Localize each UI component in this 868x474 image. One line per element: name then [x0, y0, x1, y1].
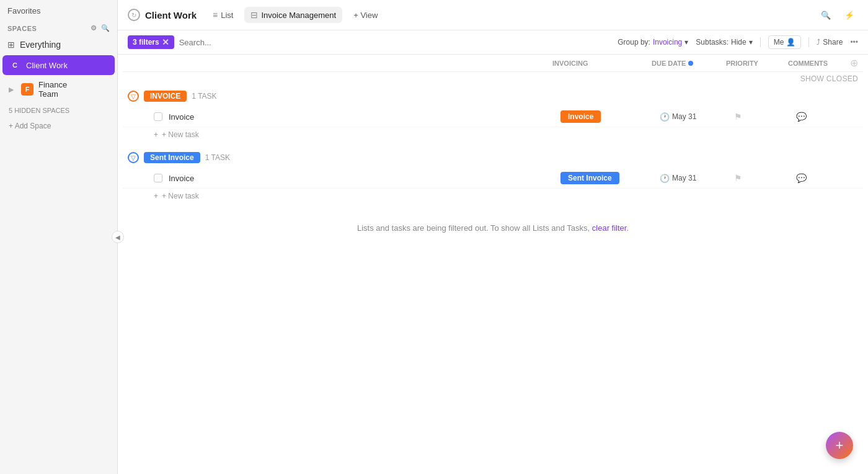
fab-button[interactable]: +: [826, 432, 853, 459]
more-icon[interactable]: •••: [88, 85, 96, 94]
comments-column-header: COMMENTS: [788, 60, 850, 67]
group-sent-invoice: ▽ Sent Invoice 1 TASK Invoice Sent Invoi…: [123, 147, 863, 203]
task-comments: 💬: [796, 112, 858, 122]
share-button[interactable]: ⤴ Share: [817, 38, 843, 47]
new-task-plus-icon: +: [154, 130, 158, 139]
group-by-control[interactable]: Group by: Invoicing ▾: [618, 38, 688, 47]
new-task-row-invoice[interactable]: + + New task: [123, 127, 863, 142]
content-area: ▽ INVOICE 1 TASK Invoice Invoice 🕐 May 3…: [118, 86, 868, 474]
task-invoicing-status: Invoice: [560, 110, 660, 123]
subtasks-control[interactable]: Subtasks: Hide ▾: [696, 38, 752, 47]
comment-icon: 💬: [796, 112, 807, 122]
comment-icon: 💬: [796, 173, 807, 183]
task-checkbox[interactable]: [154, 174, 162, 182]
status-badge[interactable]: Sent Invoice: [560, 172, 619, 184]
client-work-label: Client Work: [26, 61, 108, 70]
group-invoice-collapse[interactable]: ▽: [128, 91, 139, 102]
new-task-row-sent-invoice[interactable]: + + New task: [123, 189, 863, 203]
toolbar-divider: [760, 37, 761, 47]
task-checkbox[interactable]: [154, 112, 162, 121]
due-date-dot: [688, 61, 693, 66]
filter-notice-text: Lists and tasks are being filtered out. …: [357, 223, 590, 233]
task-comments: 💬: [796, 173, 858, 183]
flag-icon: ⚑: [734, 112, 742, 122]
group-invoice-count: 1 TASK: [192, 92, 216, 101]
task-priority: ⚑: [734, 173, 796, 183]
sidebar: Favorites Spaces ⚙ 🔍 ⊞ Everything C Clie…: [0, 0, 118, 474]
more-options-button[interactable]: •••: [850, 38, 858, 47]
spaces-label: Spaces: [7, 25, 37, 32]
favorites-label: Favorites: [7, 6, 40, 16]
list-tab-label: List: [221, 11, 233, 20]
invoice-management-tab-label: Invoice Management: [261, 11, 336, 20]
fab-plus-icon: +: [836, 437, 844, 454]
column-headers: INVOICING DUE DATE PRIORITY COMMENTS ⊕: [123, 55, 863, 72]
filter-notice-period: .: [626, 223, 629, 233]
add-view-label: + View: [353, 11, 378, 20]
group-invoice-badge[interactable]: INVOICE: [144, 91, 187, 102]
tab-list[interactable]: ≡ List: [206, 7, 239, 23]
filter-badge[interactable]: 3 filters ✕: [128, 35, 174, 49]
clock-icon: 🕐: [660, 112, 670, 122]
toolbar: 3 filters ✕ Group by: Invoicing ▾ Subtas…: [118, 30, 868, 55]
grid-icon: ⊞: [7, 40, 15, 50]
clock-icon: 🕐: [660, 174, 670, 183]
sidebar-item-everything[interactable]: ⊞ Everything: [0, 35, 117, 55]
share-icon: ⤴: [817, 38, 820, 47]
toolbar-right: Group by: Invoicing ▾ Subtasks: Hide ▾ M…: [618, 35, 858, 49]
show-closed-bar: SHOW CLOSED: [118, 72, 868, 86]
task-name: Invoice: [169, 174, 560, 183]
me-label: Me: [774, 38, 784, 47]
hidden-spaces[interactable]: 5 HIDDEN SPACES: [0, 103, 117, 118]
share-label: Share: [823, 38, 843, 47]
due-date-value: May 31: [672, 112, 696, 121]
finance-team-label: Finance Team: [38, 80, 83, 99]
finance-team-icon: F: [21, 83, 33, 96]
add-column-button[interactable]: ⊕: [850, 57, 858, 69]
table-row[interactable]: Invoice Sent Invoice 🕐 May 31 ⚑ 💬: [123, 168, 863, 189]
group-sent-invoice-count: 1 TASK: [205, 153, 230, 162]
group-sent-invoice-badge[interactable]: Sent Invoice: [144, 152, 200, 163]
search-icon[interactable]: 🔍: [101, 24, 110, 32]
subtasks-chevron-icon: ▾: [749, 38, 753, 47]
filter-close-icon[interactable]: ✕: [162, 37, 169, 47]
add-space-button[interactable]: + Add Space: [0, 118, 117, 134]
sidebar-collapse-button[interactable]: ◀: [112, 231, 124, 243]
spaces-section: Spaces ⚙ 🔍: [0, 22, 117, 35]
new-task-label: + New task: [162, 192, 199, 200]
tab-add-view[interactable]: + View: [347, 7, 384, 23]
task-due-date: 🕐 May 31: [660, 112, 734, 122]
tab-invoice-management[interactable]: ⊟ Invoice Management: [244, 7, 342, 23]
more-icon: •••: [850, 38, 858, 47]
sidebar-item-finance-team[interactable]: ▶ F Finance Team ••• +: [2, 76, 115, 102]
client-work-icon: C: [9, 59, 21, 71]
task-due-date: 🕐 May 31: [660, 174, 734, 183]
add-icon[interactable]: +: [99, 84, 108, 94]
search-input[interactable]: [179, 38, 613, 47]
favorites-header: Favorites: [0, 0, 117, 22]
everything-label: Everything: [20, 40, 61, 50]
group-invoice: ▽ INVOICE 1 TASK Invoice Invoice 🕐 May 3…: [123, 86, 863, 142]
task-priority: ⚑: [734, 112, 796, 122]
me-avatar-icon: 👤: [786, 38, 795, 47]
bolt-button[interactable]: ⚡: [841, 6, 858, 24]
table-row[interactable]: Invoice Invoice 🕐 May 31 ⚑ 💬: [123, 107, 863, 127]
sidebar-item-client-work[interactable]: C Client Work: [2, 55, 115, 75]
filter-notice: Lists and tasks are being filtered out. …: [123, 208, 863, 248]
breadcrumb-icon: ↻: [128, 9, 140, 21]
me-filter-button[interactable]: Me 👤: [768, 35, 802, 49]
invoice-management-tab-icon: ⊟: [250, 10, 258, 20]
show-closed-button[interactable]: SHOW CLOSED: [800, 74, 858, 83]
spaces-icons: ⚙ 🔍: [91, 24, 110, 32]
settings-icon[interactable]: ⚙: [91, 24, 97, 32]
group-invoice-header: ▽ INVOICE 1 TASK: [123, 86, 863, 107]
clear-filter-link[interactable]: clear filter: [592, 223, 627, 233]
group-by-label: Group by:: [618, 38, 650, 47]
group-sent-invoice-header: ▽ Sent Invoice 1 TASK: [123, 147, 863, 168]
status-badge[interactable]: Invoice: [560, 110, 601, 123]
search-button[interactable]: 🔍: [817, 6, 835, 24]
due-date-column-header: DUE DATE: [652, 60, 726, 67]
collapse-arrow-icon: ▶: [9, 86, 14, 94]
due-date-value: May 31: [672, 174, 696, 182]
group-sent-invoice-collapse[interactable]: ▽: [128, 152, 139, 163]
